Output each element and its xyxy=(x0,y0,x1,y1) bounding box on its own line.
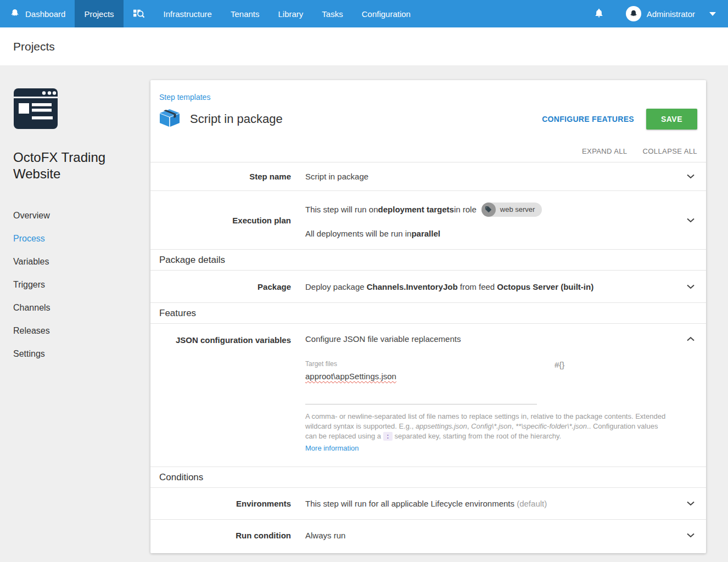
chevron-down-icon[interactable] xyxy=(684,172,697,181)
sidebar-item-overview[interactable]: Overview xyxy=(13,211,150,221)
project-name: OctoFX Trading Website xyxy=(13,149,131,182)
run-condition-value: Always run xyxy=(305,531,345,540)
step-templates-link[interactable]: Step templates xyxy=(159,93,210,102)
json-config-summary: Configure JSON file variable replacement… xyxy=(305,334,461,344)
package-row[interactable]: Package Deploy package Channels.Inventor… xyxy=(150,271,706,303)
nav-item-label: Projects xyxy=(84,9,114,19)
execution-plan-bold: parallel xyxy=(411,229,440,238)
environments-row[interactable]: Environments This step will run for all … xyxy=(150,488,706,520)
nav-item-label: Dashboard xyxy=(25,9,65,19)
sidebar-item-variables[interactable]: Variables xyxy=(13,257,150,267)
help-example: appsettings.json xyxy=(416,422,467,430)
step-name-value: Script in package xyxy=(305,172,368,181)
package-value: Deploy package Channels.InventoryJob fro… xyxy=(305,282,593,291)
execution-plan-row[interactable]: Execution plan This step will run on dep… xyxy=(150,191,706,250)
nav-item-configuration[interactable]: Configuration xyxy=(352,0,420,27)
sidebar-item-channels[interactable]: Channels xyxy=(13,303,150,313)
step-name-label: Step name xyxy=(159,172,291,181)
run-condition-label: Run condition xyxy=(159,531,291,540)
nav-item-tasks[interactable]: Tasks xyxy=(312,0,352,27)
chevron-down-icon[interactable] xyxy=(684,216,697,225)
execution-plan-text: This step will run on xyxy=(305,205,378,214)
nav-item-label: Tasks xyxy=(322,9,343,19)
role-chip: web server xyxy=(481,203,542,217)
target-files-value[interactable]: approot\appSettings.json xyxy=(305,372,396,381)
features-header: Features xyxy=(150,303,706,324)
project-sidebar: OctoFX Trading Website Overview Process … xyxy=(0,80,150,553)
expand-collapse-bar: EXPAND ALL COLLAPSE ALL xyxy=(150,130,706,162)
package-icon xyxy=(159,109,180,130)
json-config-label: JSON configuration variables xyxy=(159,334,291,345)
environments-default-text: (default) xyxy=(517,499,547,508)
nav-item-projects[interactable]: Projects xyxy=(75,0,123,27)
user-menu[interactable]: Administrator xyxy=(616,6,716,21)
project-logo-icon xyxy=(13,88,150,132)
nav-item-library[interactable]: Library xyxy=(269,0,313,27)
environments-text: This step will run for all applicable Li… xyxy=(305,499,517,508)
insert-variable-button[interactable]: #{} xyxy=(555,360,564,369)
sidebar-item-triggers[interactable]: Triggers xyxy=(13,280,150,290)
execution-plan-text: in role xyxy=(454,205,477,214)
more-information-link[interactable]: More information xyxy=(305,444,359,452)
package-details-header: Package details xyxy=(150,250,706,271)
nav-item-label: Infrastructure xyxy=(164,9,212,19)
collapse-all-button[interactable]: COLLAPSE ALL xyxy=(643,147,697,155)
sidebar-item-settings[interactable]: Settings xyxy=(13,349,150,359)
nav-item-label: Tenants xyxy=(231,9,260,19)
step-name-row[interactable]: Step name Script in package xyxy=(150,162,706,191)
configure-features-button[interactable]: CONFIGURE FEATURES xyxy=(542,115,634,123)
tag-icon xyxy=(481,203,496,217)
target-files-input[interactable]: Target files approot\appSettings.json xyxy=(305,360,537,404)
target-files-field: Target files approot\appSettings.json #{… xyxy=(305,360,669,452)
help-example: **\specific-folder\*.json xyxy=(516,422,587,430)
breadcrumb-bar: Projects xyxy=(0,27,728,65)
top-nav: Dashboard Projects Infrastructure Tenant… xyxy=(0,0,728,27)
json-config-row: JSON configuration variables Configure J… xyxy=(150,324,706,467)
execution-plan-bold: deployment targets xyxy=(378,205,454,214)
execution-plan-label: Execution plan xyxy=(159,216,291,225)
execution-plan-line2: All deployments will be run in parallel xyxy=(305,229,542,238)
sidebar-item-process[interactable]: Process xyxy=(13,234,150,244)
help-text: separated key, starting from the root of… xyxy=(393,432,561,440)
user-avatar xyxy=(626,6,641,21)
nav-item-infrastructure[interactable]: Infrastructure xyxy=(154,0,221,27)
chevron-down-icon[interactable] xyxy=(684,282,697,291)
help-example: Config\*.json xyxy=(471,422,512,430)
help-text: , xyxy=(512,422,516,430)
chevron-down-icon[interactable] xyxy=(684,531,697,540)
target-files-help: A comma- or newline-separated list of fi… xyxy=(305,412,668,441)
process-step-card: Step templates Script in package CONFIGU… xyxy=(150,80,706,553)
feed-name: Octopus Server (built-in) xyxy=(497,282,593,291)
notifications-button[interactable] xyxy=(582,8,616,20)
package-name: Channels.InventoryJob xyxy=(367,282,458,291)
sidebar-item-releases[interactable]: Releases xyxy=(13,326,150,336)
nav-item-dashboard[interactable]: Dashboard xyxy=(0,0,75,27)
expand-all-button[interactable]: EXPAND ALL xyxy=(582,147,628,155)
conditions-header: Conditions xyxy=(150,467,706,488)
chevron-up-icon[interactable] xyxy=(684,334,697,344)
bell-icon xyxy=(594,8,604,20)
user-name: Administrator xyxy=(647,9,695,19)
run-condition-row[interactable]: Run condition Always run xyxy=(150,520,706,551)
grid-search-icon xyxy=(133,8,145,20)
caret-down-icon xyxy=(709,12,716,16)
execution-plan-text: All deployments will be run in xyxy=(305,229,411,238)
nav-search-button[interactable] xyxy=(124,0,154,27)
step-title: Script in package xyxy=(190,112,283,126)
role-chip-label: web server xyxy=(500,205,535,213)
chevron-down-icon[interactable] xyxy=(684,499,697,508)
package-text: Deploy package xyxy=(305,282,367,291)
save-button[interactable]: SAVE xyxy=(646,109,697,130)
help-text: , xyxy=(467,422,471,430)
nav-item-label: Configuration xyxy=(362,9,411,19)
target-files-label: Target files xyxy=(305,360,537,368)
package-label: Package xyxy=(159,282,291,291)
package-text: from feed xyxy=(458,282,497,291)
execution-plan-line1: This step will run on deployment targets… xyxy=(305,203,542,217)
page-title: Projects xyxy=(13,40,55,53)
environments-value: This step will run for all applicable Li… xyxy=(305,499,547,508)
nav-item-tenants[interactable]: Tenants xyxy=(221,0,269,27)
project-menu: Overview Process Variables Triggers Chan… xyxy=(13,211,150,359)
environments-label: Environments xyxy=(159,499,291,508)
nav-item-label: Library xyxy=(278,9,304,19)
